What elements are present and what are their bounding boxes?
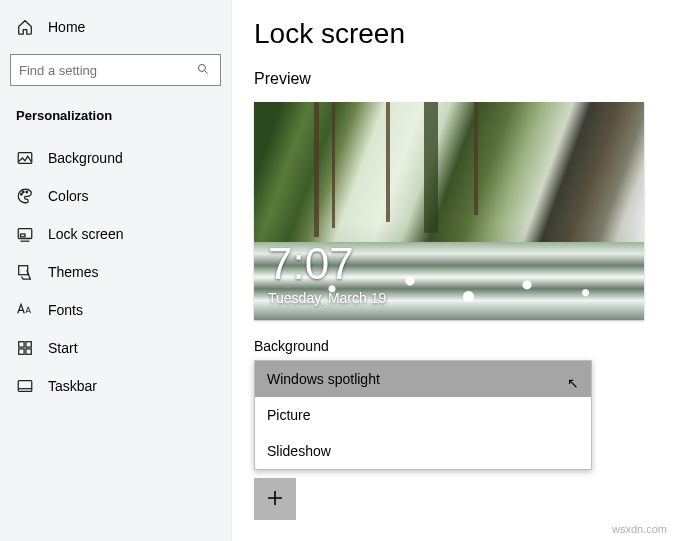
sidebar-item-label: Lock screen [48, 226, 123, 242]
svg-point-0 [198, 64, 205, 71]
add-button[interactable] [254, 478, 296, 520]
sidebar-item-start[interactable]: Start [0, 329, 231, 367]
dropdown-option-spotlight[interactable]: Windows spotlight [255, 361, 591, 397]
sidebar-item-fonts[interactable]: Fonts [0, 291, 231, 329]
search-container [0, 46, 231, 100]
search-icon [196, 62, 212, 78]
taskbar-icon [16, 377, 34, 395]
svg-point-4 [26, 191, 28, 193]
clock-date: Tuesday, March 19 [268, 290, 386, 306]
sidebar-item-lockscreen[interactable]: Lock screen [0, 215, 231, 253]
start-icon [16, 339, 34, 357]
svg-rect-8 [19, 342, 24, 347]
sidebar-item-label: Themes [48, 264, 99, 280]
svg-rect-10 [19, 349, 24, 354]
home-icon [16, 18, 34, 36]
background-label: Background [254, 338, 653, 354]
home-nav-item[interactable]: Home [0, 8, 231, 46]
fonts-icon [16, 301, 34, 319]
clock-block: 7:07 Tuesday, March 19 [268, 242, 386, 306]
sidebar-item-label: Colors [48, 188, 88, 204]
section-header-personalization: Personalization [0, 100, 231, 139]
palette-icon [16, 187, 34, 205]
search-box[interactable] [10, 54, 221, 86]
svg-rect-12 [18, 381, 32, 392]
clock-time: 7:07 [268, 242, 386, 286]
watermark: wsxdn.com [612, 523, 667, 535]
sidebar: Home Personalization Background Colors L… [0, 0, 232, 541]
dropdown-option-picture[interactable]: Picture [255, 397, 591, 433]
lockscreen-preview: 7:07 Tuesday, March 19 [254, 102, 644, 320]
sidebar-item-themes[interactable]: Themes [0, 253, 231, 291]
svg-point-3 [22, 191, 24, 193]
sidebar-item-taskbar[interactable]: Taskbar [0, 367, 231, 405]
sidebar-item-label: Taskbar [48, 378, 97, 394]
preview-header: Preview [254, 70, 653, 88]
svg-rect-7 [19, 266, 28, 275]
sidebar-item-colors[interactable]: Colors [0, 177, 231, 215]
sidebar-item-label: Background [48, 150, 123, 166]
lockscreen-icon [16, 225, 34, 243]
background-dropdown[interactable]: Windows spotlight ↖︎ Picture Slideshow [254, 360, 592, 470]
themes-icon [16, 263, 34, 281]
plus-icon [265, 488, 285, 511]
sidebar-item-label: Fonts [48, 302, 83, 318]
svg-point-2 [21, 193, 23, 195]
svg-rect-1 [18, 153, 32, 164]
dropdown-option-slideshow[interactable]: Slideshow [255, 433, 591, 469]
picture-icon [16, 149, 34, 167]
svg-rect-11 [26, 349, 31, 354]
search-input[interactable] [19, 63, 196, 78]
page-title: Lock screen [254, 18, 653, 50]
sidebar-item-background[interactable]: Background [0, 139, 231, 177]
home-label: Home [48, 19, 85, 35]
sidebar-item-label: Start [48, 340, 78, 356]
main-content: Lock screen Preview 7:07 Tuesday, March … [232, 0, 675, 541]
svg-rect-9 [26, 342, 31, 347]
svg-rect-6 [21, 234, 26, 237]
